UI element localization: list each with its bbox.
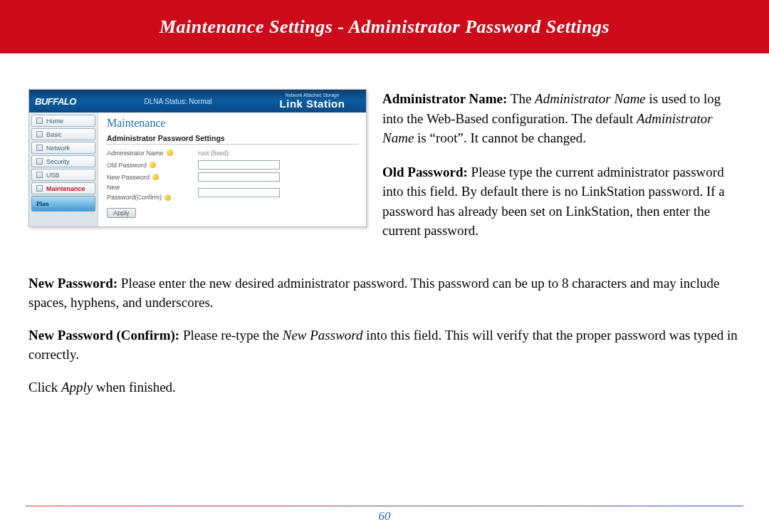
nav-basic[interactable]: Basic — [31, 128, 95, 140]
desc-confirm-t1: Please re-type the — [179, 328, 283, 343]
help-icon[interactable] — [150, 162, 156, 168]
label-admin-name-text: Administrator Name — [107, 150, 164, 157]
description-column: Administrator Name: The Administrator Na… — [382, 89, 741, 255]
help-icon[interactable] — [152, 174, 159, 180]
embedded-screenshot: BUFFALO DLNA Status: Normal Network Atta… — [28, 89, 367, 227]
nav-network[interactable]: Network — [31, 142, 95, 154]
label-new-password-text: New Password — [107, 174, 150, 181]
panel-title: Maintenance — [107, 117, 359, 130]
help-icon[interactable] — [167, 150, 173, 156]
desc-confirm-bold: New Password (Confirm): — [28, 328, 179, 343]
admin-name-value: root (fixed) — [198, 150, 229, 157]
nav-usb[interactable]: USB — [31, 169, 95, 181]
nav-usb-label: USB — [46, 172, 60, 179]
confirm-password-input[interactable] — [198, 188, 280, 197]
desc-new-pw-bold: New Password: — [28, 276, 117, 291]
desc-apply: Click Apply when finished. — [28, 377, 741, 397]
old-password-input[interactable] — [198, 160, 280, 169]
linkstation-brand: Network Attached Storage Link Station — [263, 93, 366, 109]
label-confirm-line2: Password(Confirm) — [107, 194, 162, 201]
brand-title: Link Station — [263, 98, 362, 109]
apply-button[interactable]: Apply — [107, 208, 136, 218]
nav-plan-label: Plan — [36, 200, 49, 207]
label-old-password: Old Password — [107, 162, 198, 169]
nav-maintenance-label: Maintenance — [46, 185, 85, 192]
desc-old-password: Old Password: Please type the current ad… — [382, 162, 741, 241]
nav-basic-label: Basic — [46, 131, 62, 138]
desc-new-pw-text: Please enter the new desired administrat… — [28, 276, 720, 311]
desc-admin-name-t1: The — [507, 91, 535, 106]
new-password-input[interactable] — [198, 172, 280, 182]
row-confirm-password: New Password(Confirm) — [107, 184, 359, 201]
header-band: Maintenance Settings - Administrator Pas… — [0, 0, 769, 53]
manual-page: Maintenance Settings - Administrator Pas… — [0, 0, 769, 532]
maintenance-panel: Maintenance Administrator Password Setti… — [98, 113, 366, 226]
label-admin-name: Administrator Name — [107, 150, 198, 157]
linkstation-body: Home Basic Network Security USB Maintena… — [29, 113, 366, 226]
section-title: Administrator Password Settings — [107, 134, 359, 145]
row-old-password: Old Password — [107, 160, 359, 170]
page-footer: 60 — [0, 506, 769, 523]
label-confirm-line1: New — [107, 184, 120, 191]
desc-confirm-password: New Password (Confirm): Please re-type t… — [28, 325, 741, 365]
buffalo-logo: BUFFALO — [29, 96, 93, 107]
nav-maintenance[interactable]: Maintenance — [31, 182, 95, 194]
nav-plan[interactable]: Plan — [31, 196, 95, 212]
row-admin-name: Administrator Name root (fixed) — [107, 147, 359, 158]
linkstation-header: BUFFALO DLNA Status: Normal Network Atta… — [29, 90, 366, 113]
top-row: BUFFALO DLNA Status: Normal Network Atta… — [28, 89, 741, 255]
content-area: BUFFALO DLNA Status: Normal Network Atta… — [0, 53, 769, 397]
desc-admin-name-bold: Administrator Name: — [382, 91, 507, 106]
desc-admin-name-i1: Administrator Name — [535, 91, 646, 106]
desc-admin-name: Administrator Name: The Administrator Na… — [382, 89, 741, 148]
nav-home-label: Home — [46, 118, 63, 125]
nav-home[interactable]: Home — [31, 115, 95, 127]
sidebar-nav: Home Basic Network Security USB Maintena… — [29, 113, 98, 226]
desc-old-pw-bold: Old Password: — [382, 165, 468, 179]
desc-apply-t1: Click — [28, 380, 61, 395]
row-new-password: New Password — [107, 172, 359, 182]
help-icon[interactable] — [164, 194, 171, 201]
label-new-password: New Password — [107, 174, 198, 181]
dlna-status: DLNA Status: Normal — [93, 98, 263, 105]
page-title: Maintenance Settings - Administrator Pas… — [159, 16, 610, 38]
nav-network-label: Network — [46, 145, 70, 152]
desc-new-password: New Password: Please enter the new desir… — [28, 273, 741, 313]
nav-security[interactable]: Security — [31, 155, 95, 167]
footer-divider — [26, 506, 743, 506]
label-confirm-password: New Password(Confirm) — [107, 184, 198, 201]
desc-apply-italic: Apply — [61, 380, 93, 395]
full-width-descriptions: New Password: Please enter the new desir… — [28, 273, 741, 397]
page-number: 60 — [0, 509, 769, 523]
desc-apply-t2: when finished. — [93, 380, 176, 395]
nav-security-label: Security — [46, 158, 70, 165]
desc-admin-name-t3: is “root”. It cannot be changed. — [414, 130, 586, 145]
label-old-password-text: Old Password — [107, 162, 147, 169]
desc-confirm-italic: New Password — [283, 328, 363, 343]
